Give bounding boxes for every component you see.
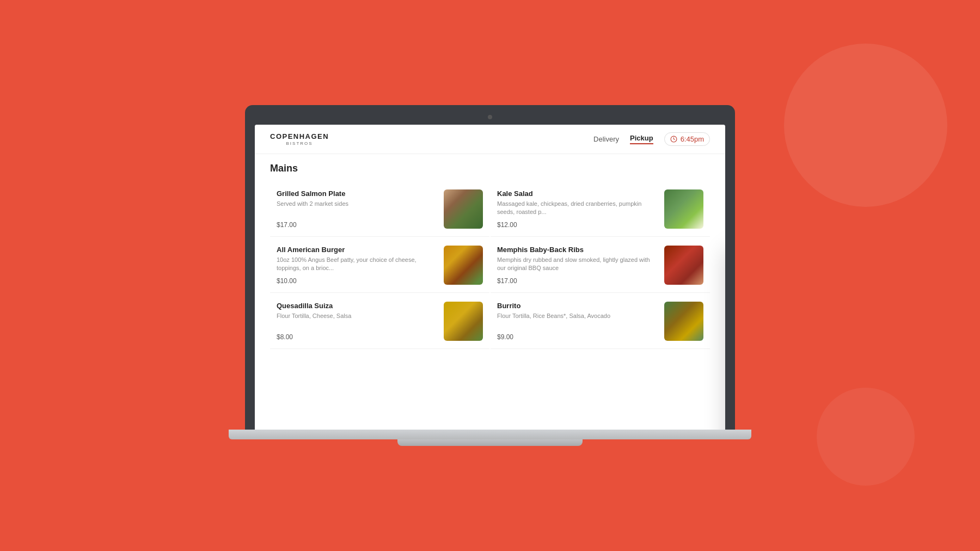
- menu-item-name-5: Burrito: [497, 302, 658, 310]
- menu-item-desc-4: Flour Tortilla, Cheese, Salsa: [277, 312, 437, 329]
- menu-grid: Grilled Salmon Plate Served with 2 marke…: [270, 182, 710, 349]
- menu-item-desc-5: Flour Tortilla, Rice Beans*, Salsa, Avoc…: [497, 312, 658, 329]
- header-nav: Delivery Pickup 6:45pm: [593, 132, 710, 146]
- time-value: 6:45pm: [681, 135, 704, 143]
- clock-icon: [670, 136, 677, 143]
- menu-item-price-4: $8.00: [277, 333, 437, 341]
- menu-item-info-2: All American Burger 10oz 100% Angus Beef…: [277, 246, 437, 285]
- menu-item-desc-0: Served with 2 market sides: [277, 200, 437, 217]
- menu-item-name-0: Grilled Salmon Plate: [277, 189, 437, 198]
- menu-item-name-2: All American Burger: [277, 246, 437, 254]
- menu-item-desc-1: Massaged kale, chickpeas, dried cranberr…: [497, 200, 658, 217]
- laptop-base: [229, 430, 751, 439]
- menu-item-0[interactable]: Grilled Salmon Plate Served with 2 marke…: [270, 182, 489, 237]
- menu-item-price-3: $17.00: [497, 277, 658, 285]
- brand-name: COPENHAGEN: [270, 132, 329, 140]
- menu-item-img-5: [664, 302, 703, 341]
- pickup-tab[interactable]: Pickup: [630, 134, 653, 144]
- menu-item-name-3: Memphis Baby-Back Ribs: [497, 246, 658, 254]
- menu-item-name-4: Quesadilla Suiza: [277, 302, 437, 310]
- menu-item-price-1: $12.00: [497, 221, 658, 229]
- menu-item-name-1: Kale Salad: [497, 189, 658, 198]
- menu-item-5[interactable]: Burrito Flour Tortilla, Rice Beans*, Sal…: [491, 294, 710, 349]
- laptop-screen: COPENHAGEN BISTROS Delivery Pickup: [255, 125, 725, 430]
- menu-item-3[interactable]: Memphis Baby-Back Ribs Memphis dry rubbe…: [491, 238, 710, 293]
- menu-area: Mains Grilled Salmon Plate Served with 2…: [255, 154, 725, 430]
- menu-item-img-0: [444, 189, 483, 229]
- menu-item-info-5: Burrito Flour Tortilla, Rice Beans*, Sal…: [497, 302, 658, 341]
- time-selector[interactable]: 6:45pm: [664, 132, 710, 146]
- menu-item-4[interactable]: Quesadilla Suiza Flour Tortilla, Cheese,…: [270, 294, 489, 349]
- laptop-foot: [397, 439, 583, 446]
- menu-item-price-5: $9.00: [497, 333, 658, 341]
- menu-item-desc-3: Memphis dry rubbed and slow smoked, ligh…: [497, 256, 658, 273]
- menu-item-price-2: $10.00: [277, 277, 437, 285]
- menu-item-info-4: Quesadilla Suiza Flour Tortilla, Cheese,…: [277, 302, 437, 341]
- menu-item-2[interactable]: All American Burger 10oz 100% Angus Beef…: [270, 238, 489, 293]
- menu-item-info-1: Kale Salad Massaged kale, chickpeas, dri…: [497, 189, 658, 229]
- menu-item-img-1: [664, 189, 703, 229]
- brand-sub: BISTROS: [270, 141, 329, 146]
- laptop-camera: [488, 115, 492, 119]
- app-header: COPENHAGEN BISTROS Delivery Pickup: [255, 125, 725, 154]
- delivery-tab[interactable]: Delivery: [593, 135, 619, 143]
- menu-item-img-4: [444, 302, 483, 341]
- section-title: Mains: [270, 163, 710, 174]
- menu-item-price-0: $17.00: [277, 221, 437, 229]
- menu-item-1[interactable]: Kale Salad Massaged kale, chickpeas, dri…: [491, 182, 710, 237]
- menu-item-info-0: Grilled Salmon Plate Served with 2 marke…: [277, 189, 437, 229]
- brand-logo: COPENHAGEN BISTROS: [270, 132, 329, 146]
- menu-item-info-3: Memphis Baby-Back Ribs Memphis dry rubbe…: [497, 246, 658, 285]
- menu-item-desc-2: 10oz 100% Angus Beef patty, your choice …: [277, 256, 437, 273]
- menu-item-img-2: [444, 246, 483, 285]
- menu-item-img-3: [664, 246, 703, 285]
